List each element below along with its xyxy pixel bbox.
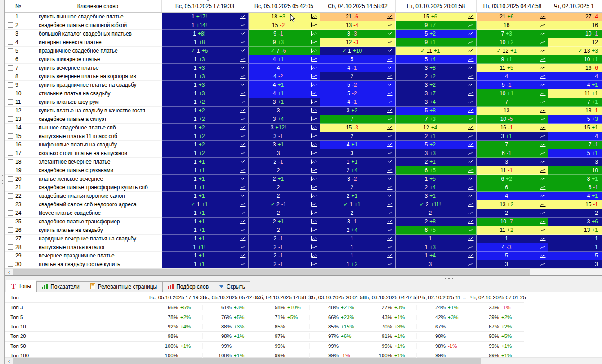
chart-icon[interactable] bbox=[464, 202, 476, 207]
chart-icon[interactable] bbox=[464, 176, 476, 182]
chart-icon[interactable] bbox=[464, 142, 476, 147]
chart-icon[interactable] bbox=[236, 48, 248, 53]
keyword-column-header[interactable]: Ключевое слово bbox=[34, 0, 162, 12]
chart-icon[interactable] bbox=[236, 14, 248, 19]
chart-icon[interactable] bbox=[308, 116, 320, 122]
table-row[interactable]: 6купить шикарное платье1+34+155+49+110+1 bbox=[5, 55, 602, 64]
chart-icon[interactable] bbox=[464, 253, 476, 258]
table-row[interactable]: 17сколько стоит платье на выпускной1+233… bbox=[5, 149, 602, 158]
chart-icon[interactable] bbox=[308, 193, 320, 199]
row-checkbox[interactable] bbox=[8, 22, 13, 28]
date-column-header[interactable]: Чт, 02.10.2025 1 bbox=[548, 0, 602, 12]
chart-icon[interactable] bbox=[383, 168, 395, 173]
row-checkbox[interactable] bbox=[8, 227, 13, 233]
chart-icon[interactable] bbox=[383, 151, 395, 156]
chart-icon[interactable] bbox=[236, 57, 248, 62]
table-row[interactable]: 30платье на свадьбу гостье купить1+12-11… bbox=[5, 260, 602, 269]
chart-icon[interactable] bbox=[536, 91, 548, 96]
row-checkbox[interactable] bbox=[8, 176, 13, 182]
row-checkbox[interactable] bbox=[8, 168, 13, 173]
row-checkbox[interactable] bbox=[8, 125, 13, 130]
table-row[interactable]: 21свадебное платье трансформер купить сп… bbox=[5, 183, 602, 192]
chart-icon[interactable] bbox=[536, 262, 548, 267]
chart-icon[interactable] bbox=[383, 91, 395, 96]
row-checkbox[interactable] bbox=[8, 202, 13, 207]
chart-icon[interactable] bbox=[464, 219, 476, 224]
table-row[interactable]: 25свадебное платье трансформер1+12+13-12… bbox=[5, 218, 602, 226]
chart-icon[interactable] bbox=[308, 82, 320, 88]
table-row[interactable]: 28выпускные платья каталог1+1!2-111+34-3… bbox=[5, 243, 602, 252]
chart-icon[interactable] bbox=[308, 142, 320, 147]
chart-icon[interactable] bbox=[383, 236, 395, 241]
chart-icon[interactable] bbox=[236, 253, 248, 258]
chart-icon[interactable] bbox=[464, 22, 476, 28]
row-checkbox[interactable] bbox=[8, 236, 13, 241]
chart-icon[interactable] bbox=[308, 133, 320, 139]
chart-icon[interactable] bbox=[383, 14, 395, 19]
table-row[interactable]: 8купить вечернее платье на корпоратив1+3… bbox=[5, 72, 602, 81]
chart-icon[interactable] bbox=[464, 48, 476, 53]
chart-icon[interactable] bbox=[236, 108, 248, 113]
chart-icon[interactable] bbox=[464, 168, 476, 173]
row-checkbox[interactable] bbox=[8, 48, 13, 53]
chart-icon[interactable] bbox=[308, 210, 320, 216]
chart-icon[interactable] bbox=[536, 253, 548, 258]
chart-icon[interactable] bbox=[308, 40, 320, 45]
chart-icon[interactable] bbox=[308, 262, 320, 267]
chart-icon[interactable] bbox=[536, 176, 548, 182]
chart-icon[interactable] bbox=[236, 31, 248, 36]
chart-icon[interactable] bbox=[308, 253, 320, 258]
row-checkbox[interactable] bbox=[8, 210, 13, 216]
chart-icon[interactable] bbox=[383, 40, 395, 45]
chart-icon[interactable] bbox=[464, 133, 476, 139]
tab-relevant-pages[interactable]: Релевантные страницы bbox=[85, 281, 162, 292]
chart-icon[interactable] bbox=[308, 65, 320, 71]
chart-icon[interactable] bbox=[236, 262, 248, 267]
chart-icon[interactable] bbox=[383, 202, 395, 207]
table-row[interactable]: 19свадебное платье с рукавами1+122+46+51… bbox=[5, 166, 602, 175]
date-column-header[interactable]: Пт, 03.10.2025 04:47:58 bbox=[477, 0, 548, 12]
chart-icon[interactable] bbox=[536, 227, 548, 233]
row-checkbox[interactable] bbox=[8, 159, 13, 164]
chart-icon[interactable] bbox=[464, 159, 476, 164]
chart-icon[interactable] bbox=[308, 227, 320, 233]
chart-icon[interactable] bbox=[464, 116, 476, 122]
tab-hide[interactable]: Скрыть bbox=[214, 281, 250, 292]
chart-icon[interactable] bbox=[536, 244, 548, 250]
row-checkbox[interactable] bbox=[8, 142, 13, 147]
row-checkbox[interactable] bbox=[8, 253, 13, 258]
row-checkbox[interactable] bbox=[8, 219, 13, 224]
chart-icon[interactable] bbox=[536, 168, 548, 173]
select-all-checkbox[interactable] bbox=[8, 4, 13, 9]
chart-icon[interactable] bbox=[536, 14, 548, 19]
chart-icon[interactable] bbox=[308, 168, 320, 173]
chart-icon[interactable] bbox=[383, 185, 395, 190]
chart-icon[interactable] bbox=[236, 74, 248, 79]
chart-icon[interactable] bbox=[464, 40, 476, 45]
chart-icon[interactable] bbox=[536, 210, 548, 216]
table-row[interactable]: 22свадебные платья короткие салон1+122+1… bbox=[5, 192, 602, 200]
table-row[interactable]: 29вечернее праздничное платье1+12-111+45… bbox=[5, 252, 602, 260]
table-row[interactable]: 3большой каталог свадебных платьев1+8!9-… bbox=[5, 30, 602, 38]
chart-icon[interactable] bbox=[464, 31, 476, 36]
chart-icon[interactable] bbox=[464, 91, 476, 96]
chart-icon[interactable] bbox=[236, 219, 248, 224]
table-row[interactable]: 24lilovee платье свадебное1+122222 bbox=[5, 209, 602, 218]
chart-icon[interactable] bbox=[536, 82, 548, 88]
row-checkbox[interactable] bbox=[8, 14, 13, 19]
row-checkbox[interactable] bbox=[8, 57, 13, 62]
row-checkbox[interactable] bbox=[8, 262, 13, 267]
tab-word-picker[interactable]: Подбор слов bbox=[162, 281, 214, 292]
chart-icon[interactable] bbox=[383, 133, 395, 139]
chart-icon[interactable] bbox=[236, 125, 248, 130]
chart-icon[interactable] bbox=[464, 82, 476, 88]
chart-icon[interactable] bbox=[383, 159, 395, 164]
chart-icon[interactable] bbox=[383, 176, 395, 182]
date-column-header[interactable]: Вс, 05.10.2025 17:19:33 bbox=[162, 0, 248, 12]
chart-icon[interactable] bbox=[464, 65, 476, 71]
row-checkbox[interactable] bbox=[8, 185, 13, 190]
table-row[interactable]: 23свадебный салон спб недорого адреса✓ 1… bbox=[5, 200, 602, 209]
chart-icon[interactable] bbox=[236, 116, 248, 122]
chart-icon[interactable] bbox=[536, 40, 548, 45]
tab-tops[interactable]: T Топы bbox=[6, 280, 36, 292]
